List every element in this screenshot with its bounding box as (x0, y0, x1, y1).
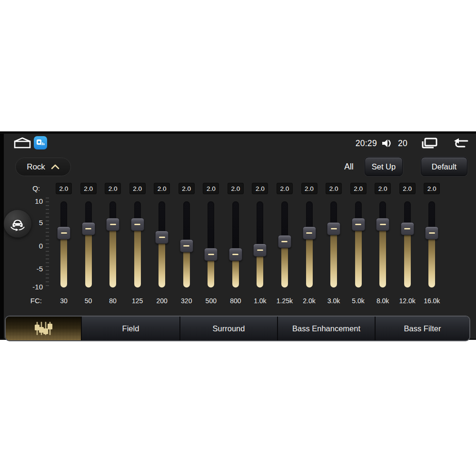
band-slider-handle[interactable] (425, 227, 438, 239)
handle-grip-mark (306, 232, 312, 234)
q-value-badge[interactable]: 2.0 (301, 183, 317, 194)
handle-grip-mark (85, 228, 91, 229)
band-slider-fill (60, 233, 67, 288)
band-slider-fill (281, 242, 288, 288)
q-value-badge[interactable]: 2.0 (80, 183, 97, 194)
handle-grip-mark (159, 237, 165, 238)
q-value-badge[interactable]: 2.0 (326, 183, 342, 194)
gain-scale-label: 0 (18, 241, 43, 251)
handle-grip-mark (404, 228, 410, 229)
band-slider-fill (330, 229, 337, 288)
fc-row-label: FC: (28, 296, 42, 306)
handle-grip-mark (331, 228, 337, 229)
band-slider-fill (428, 233, 435, 288)
q-value-badge[interactable]: 2.0 (252, 183, 268, 194)
handle-grip-mark (110, 224, 116, 225)
band-slider-handle[interactable] (204, 248, 218, 261)
q-value-badge[interactable]: 2.0 (277, 183, 293, 194)
band-slider-handle[interactable] (106, 218, 119, 231)
band-slider-handle[interactable] (376, 218, 389, 231)
band-slider-fill (379, 225, 386, 288)
band-slider-handle[interactable] (278, 235, 291, 248)
band-slider-handle[interactable] (327, 222, 340, 235)
handle-grip-mark (257, 249, 263, 251)
gain-scale-label: -10 (18, 282, 43, 292)
q-value-badge[interactable]: 2.0 (129, 183, 146, 194)
band-slider-handle[interactable] (82, 222, 95, 235)
q-value-badge[interactable]: 2.0 (375, 183, 391, 194)
handle-grip-mark (281, 241, 288, 242)
handle-grip-mark (429, 232, 435, 234)
equalizer-screen: 20:29 20 Rock (0, 131, 476, 340)
bottom-tab-bar: FieldSurroundBass EnhancementBass Filter (5, 316, 470, 341)
tab-bass-enhancement[interactable]: Bass Enhancement (277, 317, 375, 340)
band-slider-fill (134, 225, 141, 288)
handle-grip-mark (232, 254, 238, 255)
q-value-badge[interactable]: 2.0 (424, 183, 440, 194)
band-slider-fill (355, 225, 362, 288)
tab-label: Bass Enhancement (292, 324, 360, 333)
tab-bass-filter[interactable]: Bass Filter (375, 317, 469, 340)
gain-scale-label: 10 (18, 197, 43, 206)
band-slider-handle[interactable] (253, 244, 267, 257)
band-slider-fill (159, 238, 165, 288)
q-value-badge[interactable]: 2.0 (154, 183, 170, 194)
handle-grip-mark (61, 232, 67, 234)
tab-label: Bass Filter (404, 324, 441, 333)
tab-surround[interactable]: Surround (179, 317, 277, 340)
tab-label: Field (122, 324, 139, 333)
tab-label: Surround (213, 324, 245, 333)
band-slider-handle[interactable] (57, 227, 70, 239)
q-value-badge[interactable]: 2.0 (203, 183, 219, 194)
band-slider-handle[interactable] (131, 218, 144, 231)
band-slider-handle[interactable] (155, 231, 169, 244)
band-slider-handle[interactable] (352, 218, 365, 231)
band-slider-fill (85, 229, 92, 288)
band-slider-handle[interactable] (303, 227, 316, 239)
car-360-icon (8, 214, 27, 233)
band-slider-handle[interactable] (229, 248, 242, 261)
band-slider-fill (109, 225, 116, 288)
equalizer-sliders-icon (32, 321, 54, 336)
band-slider-handle[interactable] (180, 239, 193, 252)
band-slider-fill (183, 246, 190, 288)
band-slider-fill (306, 233, 313, 288)
q-value-badge[interactable]: 2.0 (399, 183, 416, 194)
band-slider-handle[interactable] (401, 222, 414, 235)
tab-field[interactable]: Field (81, 317, 179, 340)
handle-grip-mark (208, 254, 214, 255)
handle-grip-mark (183, 245, 189, 247)
q-value-badge[interactable]: 2.0 (228, 183, 244, 194)
equalizer-area: Q: FC: 1050-5-10 2.0302.0502.0802.01252.… (0, 134, 476, 338)
gain-scale-ticks (46, 198, 49, 287)
gain-scale-label: -5 (18, 264, 43, 274)
screen: 20:29 20 Rock (0, 0, 476, 476)
q-value-badge[interactable]: 2.0 (350, 183, 367, 194)
q-value-badge[interactable]: 2.0 (178, 183, 195, 194)
q-value-badge[interactable]: 2.0 (56, 183, 72, 194)
q-value-badge[interactable]: 2.0 (105, 183, 121, 194)
car-settings-float-button[interactable] (4, 210, 31, 238)
q-row-label: Q: (28, 183, 40, 194)
handle-grip-mark (380, 224, 386, 225)
band-frequency-label: 16.0k (417, 296, 446, 306)
handle-grip-mark (134, 224, 140, 225)
handle-grip-mark (355, 224, 361, 225)
band-slider-fill (404, 229, 411, 288)
tab-equalizer[interactable] (6, 317, 81, 340)
